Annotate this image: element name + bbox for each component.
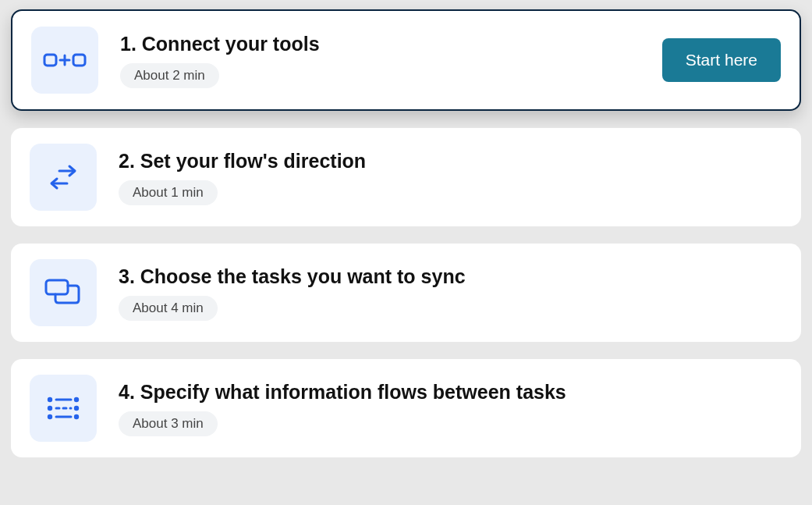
svg-point-13 [48,414,52,419]
step-title: 3. Choose the tasks you want to sync [119,265,782,288]
svg-point-15 [74,414,79,419]
step-card-4[interactable]: 4. Specify what information flows betwee… [11,359,801,457]
step-content: 2. Set your flow's direction About 1 min [119,150,782,205]
step-title: 2. Set your flow's direction [119,150,782,172]
flow-list-icon [30,375,97,442]
step-card-2[interactable]: 2. Set your flow's direction About 1 min [11,128,801,226]
step-title: 1. Connect your tools [120,33,662,55]
svg-point-9 [74,397,79,402]
step-title: 4. Specify what information flows betwee… [119,381,782,404]
svg-point-7 [48,397,52,402]
step-time-badge: About 2 min [120,63,219,88]
svg-point-10 [48,406,52,411]
step-content: 3. Choose the tasks you want to sync Abo… [119,265,782,321]
svg-rect-1 [73,55,85,66]
step-time-badge: About 1 min [119,180,218,205]
start-here-button[interactable]: Start here [662,38,781,82]
svg-rect-6 [46,280,68,294]
direction-icon [30,144,97,211]
step-content: 1. Connect your tools About 2 min [120,33,662,88]
svg-rect-0 [44,55,56,66]
step-card-1[interactable]: 1. Connect your tools About 2 min Start … [11,9,801,111]
tasks-icon [30,259,97,326]
step-time-badge: About 4 min [119,296,218,321]
step-card-3[interactable]: 3. Choose the tasks you want to sync Abo… [11,244,801,342]
step-content: 4. Specify what information flows betwee… [119,381,782,436]
step-time-badge: About 3 min [119,411,218,436]
svg-point-12 [74,406,79,411]
connect-icon [31,27,98,94]
